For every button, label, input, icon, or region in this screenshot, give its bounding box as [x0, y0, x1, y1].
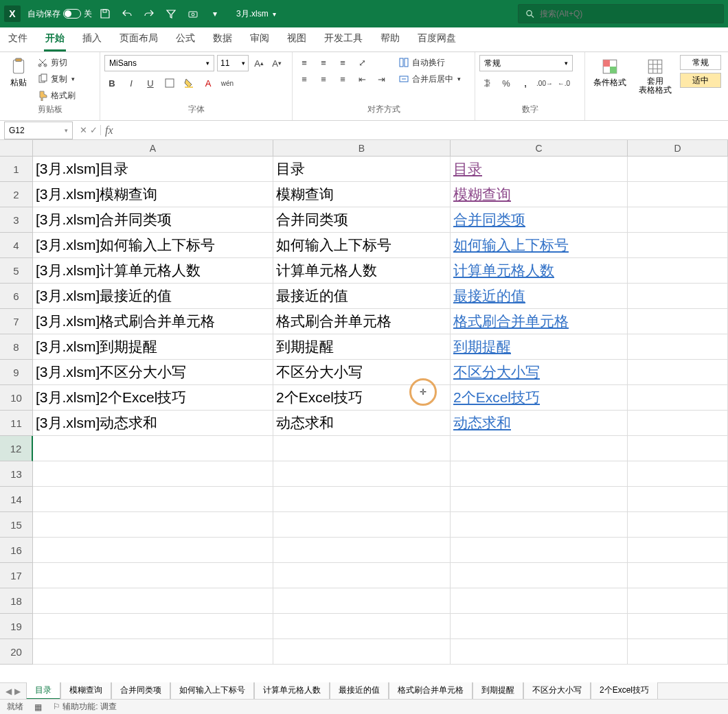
row-header-12[interactable]: 12 — [0, 436, 33, 461]
cell-B8[interactable]: 到期提醒 — [273, 334, 451, 360]
cell-B11[interactable]: 动态求和 — [273, 411, 451, 436]
row-header-19[interactable]: 19 — [0, 614, 33, 639]
enter-icon[interactable]: ✓ — [90, 125, 98, 135]
fill-color-button[interactable] — [181, 76, 196, 91]
style-neutral[interactable]: 适中 — [680, 73, 721, 88]
cell-A18[interactable] — [33, 588, 273, 614]
cell-B7[interactable]: 格式刷合并单元格 — [273, 309, 451, 334]
menu-tab-1[interactable]: 开始 — [44, 28, 66, 51]
align-bottom-icon[interactable]: ≡ — [335, 55, 350, 70]
cell-C7[interactable]: 格式刷合并单元格 — [451, 309, 628, 334]
row-header-1[interactable]: 1 — [0, 157, 33, 182]
menu-tab-6[interactable]: 审阅 — [249, 28, 271, 51]
phonetic-button[interactable]: wén — [220, 76, 235, 91]
spreadsheet-grid[interactable]: ABCD 1[3月.xlsm]目录目录目录2[3月.xlsm]模糊查询模糊查询模… — [0, 140, 728, 682]
cell-D11[interactable] — [628, 411, 728, 436]
font-size-combo[interactable]: 11▾ — [217, 55, 249, 71]
cell-A16[interactable] — [33, 538, 273, 563]
cell-D13[interactable] — [628, 461, 728, 487]
row-header-20[interactable]: 20 — [0, 639, 33, 665]
sheet-tab-4[interactable]: 计算单元格人数 — [254, 682, 330, 700]
filter-icon[interactable] — [165, 8, 177, 20]
menu-tab-4[interactable]: 公式 — [174, 28, 196, 51]
percent-button[interactable]: % — [499, 76, 514, 91]
cell-C17[interactable] — [451, 563, 628, 588]
align-top-icon[interactable]: ≡ — [297, 55, 312, 70]
decrease-decimal-icon[interactable]: ←.0 — [556, 76, 571, 91]
cell-B19[interactable] — [273, 614, 451, 639]
sheet-tab-1[interactable]: 模糊查询 — [60, 682, 111, 700]
row-header-5[interactable]: 5 — [0, 258, 33, 284]
row-header-14[interactable]: 14 — [0, 487, 33, 512]
cell-C2[interactable]: 模糊查询 — [451, 182, 628, 207]
conditional-format-button[interactable]: 条件格式 — [589, 55, 630, 89]
cell-C4[interactable]: 如何输入上下标号 — [451, 233, 628, 258]
number-format-combo[interactable]: 常规▾ — [479, 55, 573, 71]
cell-A6[interactable]: [3月.xlsm]最接近的值 — [33, 284, 273, 309]
font-name-combo[interactable]: MiSans▾ — [104, 55, 214, 71]
row-header-10[interactable]: 10 — [0, 385, 33, 411]
cell-C15[interactable] — [451, 512, 628, 538]
align-center-icon[interactable]: ≡ — [316, 71, 331, 87]
cell-B13[interactable] — [273, 461, 451, 487]
cell-B4[interactable]: 如何输入上下标号 — [273, 233, 451, 258]
increase-decimal-icon[interactable]: .00→ — [537, 76, 552, 91]
cut-button[interactable]: 剪切 — [37, 55, 76, 70]
filename-dropdown-icon[interactable]: ▾ — [273, 10, 276, 18]
cell-A1[interactable]: [3月.xlsm]目录 — [33, 157, 273, 182]
cell-B1[interactable]: 目录 — [273, 157, 451, 182]
cell-C11[interactable]: 动态求和 — [451, 411, 628, 436]
cell-B6[interactable]: 最接近的值 — [273, 284, 451, 309]
menu-tab-0[interactable]: 文件 — [7, 28, 29, 51]
autosave[interactable]: 自动保存 关 — [27, 8, 92, 20]
menu-tab-3[interactable]: 页面布局 — [118, 28, 159, 51]
row-header-17[interactable]: 17 — [0, 563, 33, 588]
cell-D8[interactable] — [628, 334, 728, 360]
cell-D10[interactable] — [628, 385, 728, 411]
cell-B20[interactable] — [273, 639, 451, 665]
row-header-2[interactable]: 2 — [0, 182, 33, 207]
sheet-tab-3[interactable]: 如何输入上下标号 — [170, 682, 254, 700]
increase-indent-icon[interactable]: ⇥ — [374, 71, 389, 87]
sheet-prev-icon[interactable]: ◀ — [5, 687, 12, 696]
cell-B16[interactable] — [273, 538, 451, 563]
cell-B10[interactable]: 2个Excel技巧 — [273, 385, 451, 411]
row-header-13[interactable]: 13 — [0, 461, 33, 487]
cell-D18[interactable] — [628, 588, 728, 614]
cell-B3[interactable]: 合并同类项 — [273, 207, 451, 233]
cell-A11[interactable]: [3月.xlsm]动态求和 — [33, 411, 273, 436]
merge-center-button[interactable]: 合并后居中▾ — [398, 71, 461, 87]
cell-D20[interactable] — [628, 639, 728, 665]
menu-tab-7[interactable]: 视图 — [286, 28, 308, 51]
wrap-text-button[interactable]: 自动换行 — [398, 55, 461, 70]
sheet-tab-7[interactable]: 到期提醒 — [473, 682, 523, 700]
align-middle-icon[interactable]: ≡ — [316, 55, 331, 70]
row-header-16[interactable]: 16 — [0, 538, 33, 563]
menu-tab-10[interactable]: 百度网盘 — [416, 28, 457, 51]
cell-D3[interactable] — [628, 207, 728, 233]
cell-A4[interactable]: [3月.xlsm]如何输入上下标号 — [33, 233, 273, 258]
cell-D19[interactable] — [628, 614, 728, 639]
cell-D6[interactable] — [628, 284, 728, 309]
cell-C9[interactable]: 不区分大小写 — [451, 360, 628, 385]
col-header-D[interactable]: D — [628, 140, 728, 157]
sheet-nav[interactable]: ◀▶ — [0, 687, 26, 696]
bold-button[interactable]: B — [104, 76, 120, 91]
cell-D7[interactable] — [628, 309, 728, 334]
decrease-font-icon[interactable]: A▾ — [269, 56, 284, 71]
cell-D4[interactable] — [628, 233, 728, 258]
decrease-indent-icon[interactable]: ⇤ — [354, 71, 369, 87]
a11y-status[interactable]: ⚐ 辅助功能: 调查 — [53, 701, 117, 713]
border-button[interactable] — [162, 76, 177, 91]
underline-button[interactable]: U — [143, 76, 158, 91]
cell-C8[interactable]: 到期提醒 — [451, 334, 628, 360]
cell-C10[interactable]: 2个Excel技巧 — [451, 385, 628, 411]
autosave-toggle[interactable] — [63, 9, 81, 19]
sheet-tab-9[interactable]: 2个Excel技巧 — [591, 682, 658, 700]
row-header-9[interactable]: 9 — [0, 360, 33, 385]
row-header-15[interactable]: 15 — [0, 512, 33, 538]
style-normal[interactable]: 常规 — [680, 55, 721, 70]
cell-B9[interactable]: 不区分大小写 — [273, 360, 451, 385]
cell-C19[interactable] — [451, 614, 628, 639]
cell-A19[interactable] — [33, 614, 273, 639]
